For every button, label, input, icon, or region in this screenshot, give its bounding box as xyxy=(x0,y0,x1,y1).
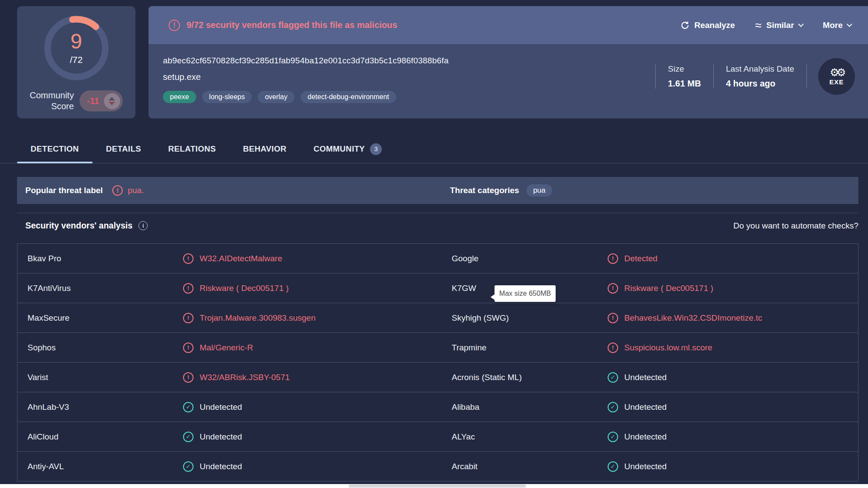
result-text: Riskware ( Dec005171 ) xyxy=(200,284,289,293)
detection-score-donut: 9 /72 xyxy=(41,12,112,84)
community-score-label: Community Score xyxy=(30,90,74,112)
result-text: Undetected xyxy=(624,373,667,382)
result-text: Riskware ( Dec005171 ) xyxy=(624,284,713,293)
file-type-exe-icon: ⚙⚙ EXE xyxy=(818,58,855,95)
file-meta: Size 1.61 MB Last Analysis Date 4 hours … xyxy=(655,58,855,95)
tab-detection[interactable]: DETECTION xyxy=(17,135,93,163)
vendor-result: !Suspicious.low.ml.score xyxy=(608,343,858,353)
reanalyze-button[interactable]: Reanalyze xyxy=(681,21,735,30)
upvote-icon[interactable] xyxy=(109,97,115,100)
detections-total: /72 xyxy=(70,55,83,65)
threat-categories: Threat categories pua xyxy=(450,184,552,197)
tab-details[interactable]: DETAILS xyxy=(93,135,155,163)
automate-checks-link[interactable]: Do you want to automate checks? xyxy=(733,221,858,231)
similar-button[interactable]: ≈ Similar xyxy=(755,21,802,30)
vendor-name: AliCloud xyxy=(28,432,183,442)
result-text: Mal/Generic-R xyxy=(200,343,253,353)
alert-circle-icon: ! xyxy=(608,283,618,294)
vendor-name: ALYac xyxy=(452,432,608,442)
alert-circle-icon: ! xyxy=(183,253,194,264)
vendor-result: !Riskware ( Dec005171 ) xyxy=(183,283,452,294)
info-icon[interactable]: i xyxy=(138,221,148,230)
vendor-table: Max size 650MB Bkav Pro!W32.AIDetectMalw… xyxy=(17,243,858,481)
divider xyxy=(806,64,807,89)
vendor-name: Skyhigh (SWG) xyxy=(452,313,608,323)
result-text: W32.AIDetectMalware xyxy=(200,254,282,263)
last-analysis-value: 4 hours ago xyxy=(726,79,794,89)
result-text: Undetected xyxy=(624,402,667,412)
vendor-name: K7AntiVirus xyxy=(28,284,183,293)
category-pill-pua[interactable]: pua xyxy=(526,184,552,197)
result-text: Undetected xyxy=(624,432,667,442)
warning-group: ! 9/72 security vendors flagged this fil… xyxy=(169,20,397,31)
tab-label: DETAILS xyxy=(106,135,142,163)
alert-circle-icon: ! xyxy=(112,185,123,196)
vendor-result: ✓Undetected xyxy=(608,372,858,383)
tab-relations[interactable]: RELATIONS xyxy=(155,135,229,163)
vendor-name: Bkav Pro xyxy=(28,254,183,263)
vendor-name: Arcabit xyxy=(452,462,608,471)
tag-detect-debug-environment[interactable]: detect-debug-environment xyxy=(301,91,396,103)
scrollbar-thumb[interactable] xyxy=(349,485,526,488)
table-row: Bkav Pro!W32.AIDetectMalwareGoogle!Detec… xyxy=(17,244,858,273)
alert-circle-icon: ! xyxy=(608,313,618,323)
vendor-result: !W32.AIDetectMalware xyxy=(183,253,452,264)
vendor-name: Trapmine xyxy=(452,343,608,353)
result-text: Undetected xyxy=(200,402,242,412)
threat-category-pills: pua xyxy=(526,184,552,197)
community-count-badge: 3 xyxy=(370,143,382,155)
vendor-result: !Riskware ( Dec005171 ) xyxy=(608,283,858,294)
last-analysis-label: Last Analysis Date xyxy=(726,64,794,74)
max-size-tooltip: Max size 650MB xyxy=(495,285,556,302)
alert-circle-icon: ! xyxy=(183,343,194,353)
vendor-name: AhnLab-V3 xyxy=(28,402,183,412)
table-row: Varist!W32/ABRisk.JSBY-0571Acronis (Stat… xyxy=(17,363,858,392)
result-text: Detected xyxy=(624,254,657,263)
app-background: 9 /72 Community Score -11 ! 9/72 securit xyxy=(0,0,868,484)
vendors-analysis-header: Security vendors' analysis i Do you want… xyxy=(17,213,858,231)
result-text: Trojan.Malware.300983.susgen xyxy=(200,313,315,323)
detection-banner: ! 9/72 security vendors flagged this fil… xyxy=(149,6,868,44)
alert-circle-icon: ! xyxy=(183,313,194,323)
vendor-name: Acronis (Static ML) xyxy=(452,373,608,382)
chevron-down-icon xyxy=(798,21,804,27)
table-row: AhnLab-V3✓UndetectedAlibaba✓Undetected xyxy=(17,392,858,422)
check-circle-icon: ✓ xyxy=(608,402,618,412)
vote-buttons[interactable] xyxy=(104,93,120,109)
chevron-down-icon xyxy=(847,21,852,27)
check-circle-icon: ✓ xyxy=(608,372,618,383)
alert-circle-icon: ! xyxy=(183,372,194,383)
tab-behavior[interactable]: BEHAVIOR xyxy=(229,135,300,163)
vendor-result: !BehavesLike.Win32.CSDImonetize.tc xyxy=(608,313,858,323)
table-row: MaxSecure!Trojan.Malware.300983.susgenSk… xyxy=(17,303,858,333)
check-circle-icon: ✓ xyxy=(183,402,194,412)
alert-circle-icon: ! xyxy=(608,343,618,353)
table-row: K7AntiVirus!Riskware ( Dec005171 )K7GW!R… xyxy=(17,273,858,303)
vendor-name: MaxSecure xyxy=(28,313,183,323)
community-vote-pill[interactable]: -11 xyxy=(80,90,123,111)
tag-peexe[interactable]: peexe xyxy=(163,91,196,103)
threat-label-value: pua. xyxy=(128,186,144,195)
table-row: AliCloud✓UndetectedALYac✓Undetected xyxy=(17,422,858,452)
downvote-icon[interactable] xyxy=(109,102,115,105)
table-row: Antiy-AVL✓UndetectedArcabit✓Undetected xyxy=(17,452,858,481)
warning-text: 9/72 security vendors flagged this file … xyxy=(187,20,397,30)
vendors-analysis-title: Security vendors' analysis xyxy=(25,221,132,231)
more-button[interactable]: More xyxy=(823,21,851,30)
vendor-result: !W32/ABRisk.JSBY-0571 xyxy=(183,372,452,383)
tag-overlay[interactable]: overlay xyxy=(258,91,294,103)
check-circle-icon: ✓ xyxy=(608,432,618,442)
vendor-name: Google xyxy=(452,254,608,263)
score-card: 9 /72 Community Score -11 xyxy=(17,6,135,118)
tab-community[interactable]: COMMUNITY3 xyxy=(300,135,396,163)
vendors-title-group: Security vendors' analysis i xyxy=(17,221,148,231)
result-text: BehavesLike.Win32.CSDImonetize.tc xyxy=(624,313,762,323)
vendor-name: Antiy-AVL xyxy=(28,462,183,471)
vendor-name: Alibaba xyxy=(452,402,608,412)
vendor-result: ✓Undetected xyxy=(183,402,452,412)
alert-circle-icon: ! xyxy=(169,20,180,31)
last-analysis-block: Last Analysis Date 4 hours ago xyxy=(714,64,806,89)
tag-long-sleeps[interactable]: long-sleeps xyxy=(202,91,252,103)
vendor-result: ✓Undetected xyxy=(608,402,858,412)
banner-actions: Reanalyze ≈ Similar More xyxy=(681,21,851,30)
